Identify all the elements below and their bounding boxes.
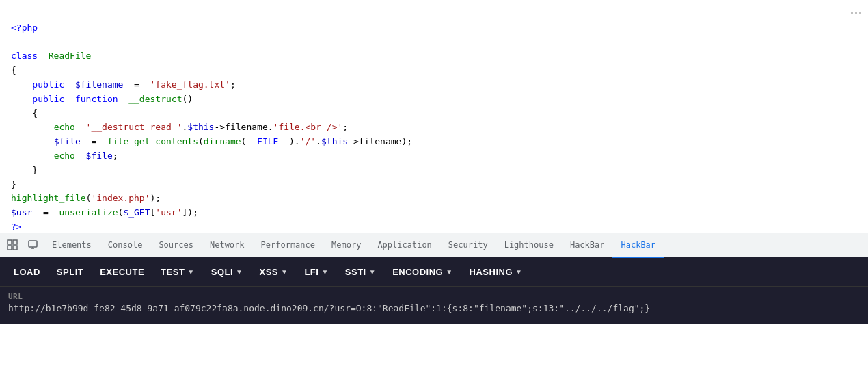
tab-hackbar-1[interactable]: HackBar xyxy=(562,234,613,258)
code-block: <?php class ReadFile { public $filename … xyxy=(11,7,857,233)
tab-security[interactable]: Security xyxy=(440,234,496,258)
hashing-button[interactable]: HASHING ▼ xyxy=(463,263,530,281)
device-icon[interactable] xyxy=(23,235,42,254)
tab-memory[interactable]: Memory xyxy=(323,234,369,258)
tab-sources[interactable]: Sources xyxy=(150,234,202,258)
svg-rect-2 xyxy=(8,246,12,250)
tab-application[interactable]: Application xyxy=(369,234,439,258)
lfi-button[interactable]: LFI ▼ xyxy=(297,263,335,281)
xss-arrow: ▼ xyxy=(281,268,288,276)
svg-rect-0 xyxy=(8,240,12,244)
devtools-tabs: Elements Console Sources Network Perform… xyxy=(0,233,868,257)
hackbar-toolbar: LOAD SPLIT EXECUTE TEST ▼ SQLI ▼ XSS ▼ L… xyxy=(0,257,868,286)
sqli-button[interactable]: SQLI ▼ xyxy=(204,263,250,281)
svg-rect-4 xyxy=(29,241,37,247)
tab-lighthouse[interactable]: Lighthouse xyxy=(496,234,562,258)
tab-performance[interactable]: Performance xyxy=(253,234,323,258)
url-value[interactable]: http://b1e7b99d-fe82-45d8-9a71-af079c22f… xyxy=(8,302,860,315)
encoding-button[interactable]: ENCODING ▼ xyxy=(385,263,459,281)
load-button[interactable]: LOAD xyxy=(7,263,47,281)
encoding-arrow: ▼ xyxy=(446,268,452,276)
svg-rect-3 xyxy=(13,246,17,250)
test-arrow: ▼ xyxy=(187,268,194,276)
lfi-arrow: ▼ xyxy=(321,268,328,276)
three-dots-button[interactable]: ··· xyxy=(850,5,863,20)
sqli-arrow: ▼ xyxy=(236,268,243,276)
tab-elements[interactable]: Elements xyxy=(44,234,100,258)
hashing-arrow: ▼ xyxy=(515,268,522,276)
tab-hackbar-2[interactable]: HackBar xyxy=(612,234,664,258)
url-label: URL xyxy=(8,292,860,301)
devtools-panel: Elements Console Sources Network Perform… xyxy=(0,233,868,324)
inspect-icon[interactable] xyxy=(3,235,22,254)
tab-network[interactable]: Network xyxy=(202,234,253,258)
svg-rect-1 xyxy=(13,240,17,244)
execute-button[interactable]: EXECUTE xyxy=(93,263,151,281)
ssti-button[interactable]: SSTI ▼ xyxy=(338,263,383,281)
test-button[interactable]: TEST ▼ xyxy=(154,263,202,281)
main-content: ··· <?php class ReadFile { public $filen… xyxy=(0,0,868,233)
xss-button[interactable]: XSS ▼ xyxy=(252,263,295,281)
url-bar: URL http://b1e7b99d-fe82-45d8-9a71-af079… xyxy=(0,286,868,324)
split-button[interactable]: SPLIT xyxy=(50,263,90,281)
ssti-arrow: ▼ xyxy=(369,268,376,276)
tab-console[interactable]: Console xyxy=(100,234,151,258)
